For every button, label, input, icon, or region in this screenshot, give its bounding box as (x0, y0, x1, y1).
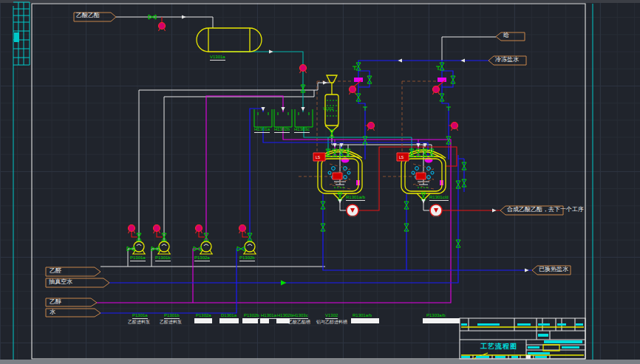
highlighted-text-box (423, 318, 460, 323)
bottom-tag: P1301a (132, 313, 148, 319)
bottom-tag-desc: 乙酸乙酯槽 (288, 320, 310, 324)
label-tank1: H1301a (254, 127, 270, 133)
label-tank3: H1303c (294, 127, 310, 133)
flag-ethyl-acetate-in: 乙酸乙酯 (76, 13, 100, 19)
bottom-tag: H1303c (293, 313, 308, 319)
storage-drum[interactable] (197, 28, 262, 52)
feed-pumps[interactable] (132, 241, 256, 254)
label-pump3: P1302a (194, 255, 210, 261)
ls-instrument-tag: LS (399, 155, 404, 159)
label-pump1: P1301a (130, 255, 146, 261)
label-reactor1: R1301a/b (346, 195, 365, 201)
bottom-tag: V1302 (325, 313, 338, 319)
highlighted-text-box (260, 318, 269, 323)
flag-acetaldehyde: 乙醛 (50, 268, 61, 275)
highlighted-text-box (276, 318, 290, 323)
label-pump2: P1301b (155, 255, 171, 261)
label-reactor2: R1301c/d (429, 195, 449, 201)
flag-spent-brine: 已换热盐水 (539, 267, 568, 273)
flag-water: 水 (50, 309, 55, 316)
label-tank2: H1302b (274, 127, 290, 133)
highlighted-text-box (351, 318, 379, 323)
highlighted-text-box (242, 318, 258, 323)
highlighted-text-box (194, 318, 212, 323)
stream-flag-outlines[interactable] (46, 13, 571, 317)
bottom-tag-desc: 乙醛进料泵 (128, 320, 150, 324)
flag-chilled-brine: 冷冻盐水 (495, 57, 519, 63)
flag-ethanol: 乙醇 (50, 299, 61, 306)
catalyst-feed-vessel[interactable] (325, 75, 338, 136)
flag-product-out: 合成乙酸乙酯，去下一个工序 (507, 207, 584, 213)
process-lines-blue[interactable] (101, 61, 532, 313)
signal-lines (299, 81, 438, 176)
label-drum: V1301a (210, 55, 225, 61)
title-block (460, 318, 585, 359)
revision-grid (13, 2, 30, 65)
highlighted-text-box (219, 318, 239, 323)
drawing-title: 工艺流程图 (480, 342, 517, 351)
flag-supply: 给 (503, 32, 509, 39)
bottom-tag-desc: 乙醛进料泵 (160, 320, 182, 324)
process-lines-red[interactable] (132, 17, 500, 237)
cad-drawing-canvas: LS LS (0, 0, 640, 364)
ls-instrument-tag: LS (316, 155, 321, 159)
flow-arrows (182, 15, 529, 285)
label-feed-vessel: V1302 (323, 107, 333, 111)
label-pump4: P1302b (239, 255, 255, 261)
pid-drawing: LS LS (0, 0, 640, 364)
bottom-tag: P1301b (164, 313, 180, 319)
valve-icons[interactable] (127, 15, 466, 251)
flag-vacuum-water: 抽真空水 (49, 279, 72, 286)
bottom-tag-desc: 铝与乙醇进料槽 (316, 320, 347, 324)
